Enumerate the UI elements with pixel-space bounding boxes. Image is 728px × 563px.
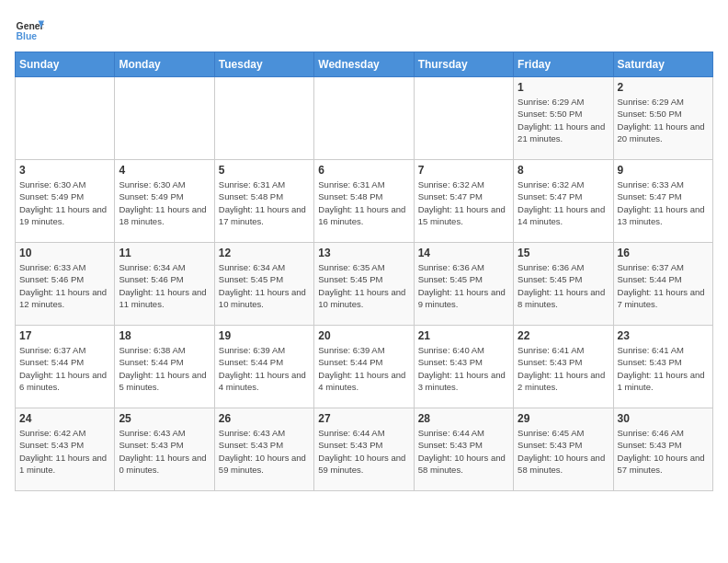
day-info: Sunrise: 6:43 AM Sunset: 5:43 PM Dayligh… (119, 427, 210, 476)
day-number: 22 (518, 329, 609, 342)
calendar-day-cell: 18Sunrise: 6:38 AM Sunset: 5:44 PM Dayli… (115, 326, 214, 408)
day-info: Sunrise: 6:34 AM Sunset: 5:45 PM Dayligh… (219, 261, 310, 310)
day-info: Sunrise: 6:29 AM Sunset: 5:50 PM Dayligh… (518, 96, 609, 144)
day-info: Sunrise: 6:29 AM Sunset: 5:50 PM Dayligh… (618, 96, 709, 144)
day-number: 19 (219, 329, 310, 342)
day-number: 6 (318, 164, 409, 177)
calendar-day-cell (414, 77, 513, 160)
day-number: 29 (518, 412, 609, 425)
day-number: 8 (518, 164, 609, 177)
calendar-day-cell: 23Sunrise: 6:41 AM Sunset: 5:43 PM Dayli… (613, 326, 712, 408)
day-number: 17 (19, 329, 110, 342)
day-info: Sunrise: 6:44 AM Sunset: 5:43 PM Dayligh… (418, 427, 509, 476)
calendar-day-cell: 20Sunrise: 6:39 AM Sunset: 5:44 PM Dayli… (314, 326, 414, 408)
day-info: Sunrise: 6:30 AM Sunset: 5:49 PM Dayligh… (19, 178, 110, 227)
calendar-day-cell: 26Sunrise: 6:43 AM Sunset: 5:43 PM Dayli… (214, 408, 313, 491)
calendar-day-cell: 4Sunrise: 6:30 AM Sunset: 5:49 PM Daylig… (115, 160, 214, 243)
day-number: 1 (518, 81, 609, 94)
calendar-week-row: 1Sunrise: 6:29 AM Sunset: 5:50 PM Daylig… (16, 77, 713, 160)
day-number: 10 (19, 247, 110, 259)
day-number: 20 (318, 329, 409, 342)
day-number: 5 (219, 164, 310, 177)
calendar-day-cell: 7Sunrise: 6:32 AM Sunset: 5:47 PM Daylig… (414, 160, 513, 243)
day-info: Sunrise: 6:41 AM Sunset: 5:43 PM Dayligh… (618, 344, 709, 393)
day-number: 12 (219, 247, 310, 259)
calendar-day-cell: 8Sunrise: 6:32 AM Sunset: 5:47 PM Daylig… (514, 160, 613, 243)
day-info: Sunrise: 6:41 AM Sunset: 5:43 PM Dayligh… (518, 344, 609, 393)
calendar-day-cell: 13Sunrise: 6:35 AM Sunset: 5:45 PM Dayli… (314, 243, 414, 326)
calendar-day-cell: 22Sunrise: 6:41 AM Sunset: 5:43 PM Dayli… (514, 326, 613, 408)
calendar-day-cell (214, 77, 313, 160)
day-number: 25 (119, 412, 210, 425)
day-number: 26 (219, 412, 310, 425)
day-info: Sunrise: 6:44 AM Sunset: 5:43 PM Dayligh… (318, 427, 409, 476)
day-number: 15 (518, 247, 609, 259)
calendar-day-cell: 17Sunrise: 6:37 AM Sunset: 5:44 PM Dayli… (16, 326, 115, 408)
day-info: Sunrise: 6:35 AM Sunset: 5:45 PM Dayligh… (318, 261, 409, 310)
day-number: 30 (618, 412, 709, 425)
day-info: Sunrise: 6:30 AM Sunset: 5:49 PM Dayligh… (119, 178, 210, 227)
day-info: Sunrise: 6:42 AM Sunset: 5:43 PM Dayligh… (19, 427, 110, 476)
calendar-day-cell (115, 77, 214, 160)
calendar-day-cell: 14Sunrise: 6:36 AM Sunset: 5:45 PM Dayli… (414, 243, 513, 326)
day-info: Sunrise: 6:36 AM Sunset: 5:45 PM Dayligh… (418, 261, 509, 310)
calendar-day-cell: 15Sunrise: 6:36 AM Sunset: 5:45 PM Dayli… (514, 243, 613, 326)
day-number: 9 (618, 164, 709, 177)
calendar-day-cell: 1Sunrise: 6:29 AM Sunset: 5:50 PM Daylig… (514, 77, 613, 160)
weekday-header-cell: Tuesday (214, 52, 313, 77)
day-info: Sunrise: 6:40 AM Sunset: 5:43 PM Dayligh… (418, 344, 509, 393)
svg-text:Blue: Blue (17, 31, 38, 41)
day-number: 14 (418, 247, 509, 259)
day-info: Sunrise: 6:43 AM Sunset: 5:43 PM Dayligh… (219, 427, 310, 476)
day-info: Sunrise: 6:38 AM Sunset: 5:44 PM Dayligh… (119, 344, 210, 393)
calendar-day-cell (16, 77, 115, 160)
day-info: Sunrise: 6:39 AM Sunset: 5:44 PM Dayligh… (318, 344, 409, 393)
calendar-day-cell: 5Sunrise: 6:31 AM Sunset: 5:48 PM Daylig… (214, 160, 313, 243)
calendar-day-cell: 24Sunrise: 6:42 AM Sunset: 5:43 PM Dayli… (16, 408, 115, 491)
day-number: 11 (119, 247, 210, 259)
calendar-day-cell: 3Sunrise: 6:30 AM Sunset: 5:49 PM Daylig… (16, 160, 115, 243)
weekday-header-cell: Saturday (613, 52, 712, 77)
day-info: Sunrise: 6:46 AM Sunset: 5:43 PM Dayligh… (618, 427, 709, 476)
day-info: Sunrise: 6:37 AM Sunset: 5:44 PM Dayligh… (19, 344, 110, 393)
calendar-body: 1Sunrise: 6:29 AM Sunset: 5:50 PM Daylig… (16, 77, 713, 491)
page-header: General Blue (15, 15, 713, 44)
day-info: Sunrise: 6:33 AM Sunset: 5:47 PM Dayligh… (618, 178, 709, 227)
day-number: 7 (418, 164, 509, 177)
calendar-day-cell: 2Sunrise: 6:29 AM Sunset: 5:50 PM Daylig… (613, 77, 712, 160)
calendar-day-cell: 10Sunrise: 6:33 AM Sunset: 5:46 PM Dayli… (16, 243, 115, 326)
calendar-week-row: 10Sunrise: 6:33 AM Sunset: 5:46 PM Dayli… (16, 243, 713, 326)
calendar-day-cell: 21Sunrise: 6:40 AM Sunset: 5:43 PM Dayli… (414, 326, 513, 408)
weekday-header-cell: Thursday (414, 52, 513, 77)
day-info: Sunrise: 6:37 AM Sunset: 5:44 PM Dayligh… (618, 261, 709, 310)
weekday-header-cell: Wednesday (314, 52, 414, 77)
day-info: Sunrise: 6:39 AM Sunset: 5:44 PM Dayligh… (219, 344, 310, 393)
day-info: Sunrise: 6:32 AM Sunset: 5:47 PM Dayligh… (418, 178, 509, 227)
calendar-day-cell: 9Sunrise: 6:33 AM Sunset: 5:47 PM Daylig… (613, 160, 712, 243)
calendar-day-cell: 27Sunrise: 6:44 AM Sunset: 5:43 PM Dayli… (314, 408, 414, 491)
calendar-day-cell: 28Sunrise: 6:44 AM Sunset: 5:43 PM Dayli… (414, 408, 513, 491)
calendar-day-cell (314, 77, 414, 160)
day-number: 3 (19, 164, 110, 177)
day-info: Sunrise: 6:36 AM Sunset: 5:45 PM Dayligh… (518, 261, 609, 310)
day-info: Sunrise: 6:32 AM Sunset: 5:47 PM Dayligh… (518, 178, 609, 227)
calendar-day-cell: 11Sunrise: 6:34 AM Sunset: 5:46 PM Dayli… (115, 243, 214, 326)
day-info: Sunrise: 6:31 AM Sunset: 5:48 PM Dayligh… (318, 178, 409, 227)
calendar-day-cell: 6Sunrise: 6:31 AM Sunset: 5:48 PM Daylig… (314, 160, 414, 243)
weekday-header-cell: Friday (514, 52, 613, 77)
day-number: 21 (418, 329, 509, 342)
day-number: 23 (618, 329, 709, 342)
day-number: 16 (618, 247, 709, 259)
day-number: 4 (119, 164, 210, 177)
calendar-day-cell: 25Sunrise: 6:43 AM Sunset: 5:43 PM Dayli… (115, 408, 214, 491)
day-info: Sunrise: 6:33 AM Sunset: 5:46 PM Dayligh… (19, 261, 110, 310)
day-info: Sunrise: 6:45 AM Sunset: 5:43 PM Dayligh… (518, 427, 609, 476)
weekday-header-cell: Sunday (16, 52, 115, 77)
day-number: 18 (119, 329, 210, 342)
calendar-week-row: 17Sunrise: 6:37 AM Sunset: 5:44 PM Dayli… (16, 326, 713, 408)
day-info: Sunrise: 6:34 AM Sunset: 5:46 PM Dayligh… (119, 261, 210, 310)
day-number: 28 (418, 412, 509, 425)
logo: General Blue (15, 15, 44, 44)
calendar-day-cell: 19Sunrise: 6:39 AM Sunset: 5:44 PM Dayli… (214, 326, 313, 408)
logo-icon: General Blue (15, 15, 44, 44)
